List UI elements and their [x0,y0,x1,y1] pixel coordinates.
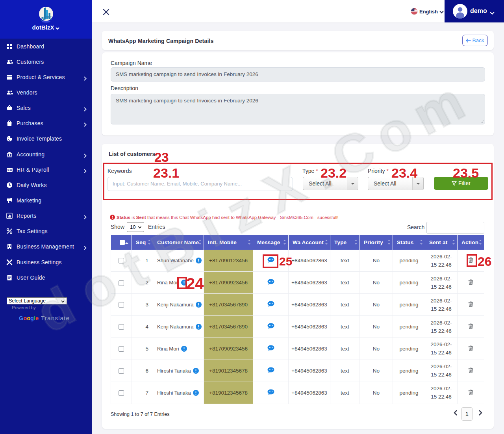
svg-text:$: $ [7,168,9,171]
